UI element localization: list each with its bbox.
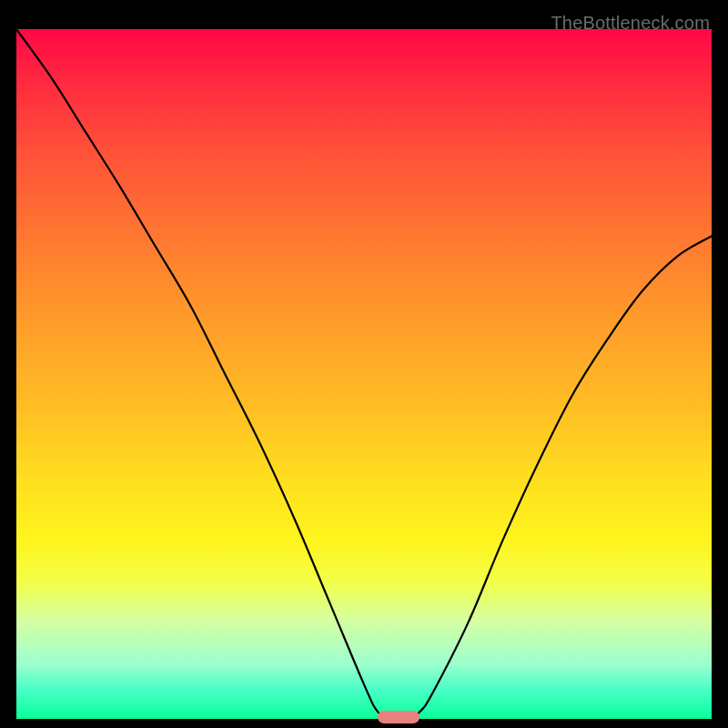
bottleneck-curve-path (16, 29, 712, 719)
plot-area (16, 29, 712, 719)
bottleneck-curve-svg (16, 29, 712, 719)
watermark-text: TheBottleneck.com (551, 13, 710, 34)
chart-frame: TheBottleneck.com (7, 7, 721, 721)
sweet-spot-marker (378, 711, 420, 723)
